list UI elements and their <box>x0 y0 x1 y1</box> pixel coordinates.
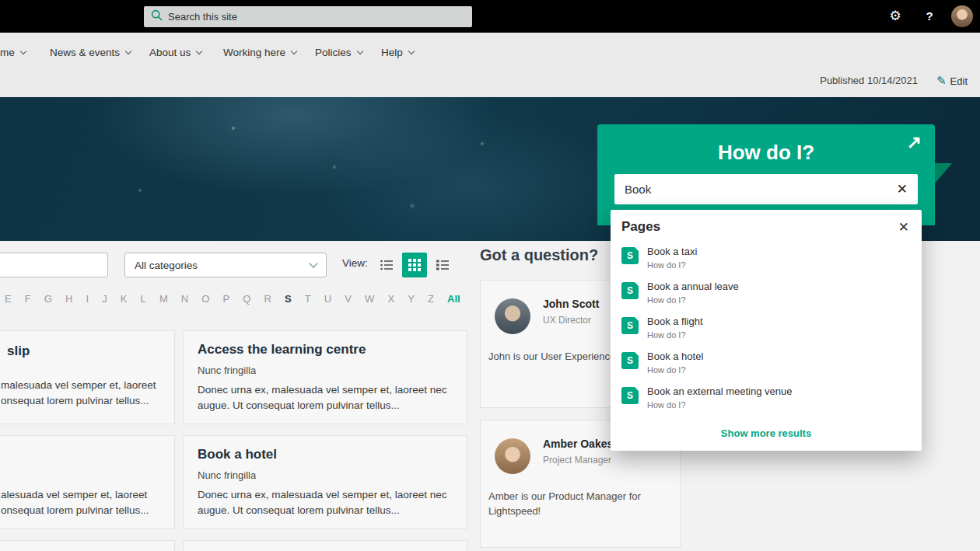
view-list-button[interactable] <box>374 253 399 277</box>
results-list: S Book a taxi How do I? S Book a annual … <box>621 246 911 420</box>
page-doc-icon: S <box>621 317 639 334</box>
search-result-book-annual-leave[interactable]: S Book a annual leave How do I? <box>621 281 911 316</box>
nav-label: Policies <box>315 47 352 58</box>
how-do-i-search-box[interactable]: ✕ <box>614 174 918 204</box>
nav-label: me <box>0 47 15 58</box>
result-title: Book a taxi <box>647 246 697 257</box>
top-suite-bar: ⚙ ? <box>0 0 980 33</box>
open-arrow-icon[interactable]: ↗ <box>907 134 922 152</box>
letter-filter[interactable]: G <box>44 293 52 305</box>
letter-filter[interactable]: V <box>345 293 352 305</box>
letter-filter[interactable]: E <box>5 293 12 305</box>
got-a-question-heading: Got a question? <box>480 246 598 264</box>
avatar <box>495 298 530 334</box>
bulleted-list-icon <box>380 258 394 272</box>
intranet-page: ⚙ ? me News & events About us Working he… <box>0 0 980 551</box>
letter-filter-all[interactable]: All <box>447 293 460 305</box>
card-filter-search[interactable] <box>0 253 108 277</box>
person-role: UX Director <box>543 315 591 326</box>
view-label: View: <box>342 257 368 269</box>
letter-filter[interactable]: N <box>181 293 188 305</box>
letter-filter[interactable]: Z <box>428 293 434 305</box>
gear-icon[interactable]: ⚙ <box>885 0 905 33</box>
site-search-box[interactable] <box>144 6 472 27</box>
letter-filter[interactable]: R <box>264 293 271 305</box>
nav-label: Working here <box>223 47 285 58</box>
nav-item-about-us[interactable]: About us <box>149 44 201 61</box>
letter-filter[interactable]: W <box>365 293 374 305</box>
person-bio: Amber is our Product Manager for Lightsp… <box>488 489 669 518</box>
nav-item-news-events[interactable]: News & events <box>50 44 131 61</box>
result-title: Book a hotel <box>647 350 703 362</box>
page-doc-icon: S <box>621 387 639 404</box>
card-access-learning-centre[interactable]: Access the learning centre Nunc fringill… <box>183 330 467 424</box>
how-do-i-title: How do I? <box>597 141 935 165</box>
letter-filter[interactable]: K <box>121 293 128 305</box>
result-subtitle: How do I? <box>647 400 792 410</box>
card-body: alesuada vel semper et, laoreet onsequat… <box>1 487 174 518</box>
category-dropdown[interactable]: All categories <box>124 253 327 277</box>
edit-button[interactable]: ✎ Edit <box>936 74 968 88</box>
search-results-panel: Pages ✕ S Book a taxi How do I? S Book a… <box>611 210 922 451</box>
card-filter-search-input[interactable] <box>0 253 107 277</box>
show-more-results-link[interactable]: Show more results <box>611 427 922 439</box>
nav-item-working-here[interactable]: Working here <box>223 44 296 61</box>
card-partial[interactable] <box>183 540 467 551</box>
letter-filter[interactable]: F <box>25 293 31 305</box>
card-body: Donec urna ex, malesuada vel semper et, … <box>198 487 456 518</box>
result-title: Book an external meeting venue <box>647 385 792 397</box>
results-panel-title: Pages <box>621 219 660 235</box>
letter-filter[interactable]: L <box>141 293 146 305</box>
search-icon <box>151 9 163 24</box>
card-title: Access the learning centre <box>198 342 453 357</box>
grid-icon <box>408 259 421 271</box>
letter-filter[interactable]: X <box>387 293 394 305</box>
letter-filter[interactable]: T <box>305 293 311 305</box>
result-subtitle: How do I? <box>647 365 703 375</box>
letter-filter[interactable]: J <box>102 293 107 305</box>
view-grid-button[interactable] <box>402 253 427 277</box>
letter-filter[interactable]: Y <box>408 293 415 305</box>
card-partial[interactable] <box>0 540 175 551</box>
nav-item-home[interactable]: me <box>0 44 26 61</box>
user-avatar[interactable] <box>951 5 973 27</box>
nav-item-help[interactable]: Help <box>381 44 414 61</box>
card-body: malesuada vel semper et, laoreet onsequa… <box>1 378 174 409</box>
card-body: Donec urna ex, malesuada vel semper et, … <box>198 382 456 413</box>
chevron-down-icon <box>309 259 317 267</box>
how-do-i-search-input[interactable] <box>625 183 897 196</box>
chevron-down-icon <box>125 47 131 54</box>
letter-filter[interactable]: M <box>159 293 168 305</box>
search-result-book-a-taxi[interactable]: S Book a taxi How do I? <box>621 246 911 281</box>
card-payslip[interactable]: slip malesuada vel semper et, laoreet on… <box>0 330 175 424</box>
letter-filter[interactable]: I <box>86 293 89 305</box>
letter-filter[interactable]: U <box>324 293 331 305</box>
avatar <box>495 438 530 474</box>
result-subtitle: How do I? <box>647 330 703 340</box>
search-result-book-external-meeting-venue[interactable]: S Book an external meeting venue How do … <box>621 385 911 420</box>
chevron-down-icon <box>356 47 362 54</box>
close-icon[interactable]: ✕ <box>898 219 909 235</box>
nav-label: News & events <box>50 47 120 58</box>
search-result-book-a-hotel[interactable]: S Book a hotel How do I? <box>621 350 911 385</box>
card-book-a-hotel[interactable]: Book a hotel Nunc fringilla Donec urna e… <box>183 435 467 529</box>
letter-filter[interactable]: H <box>65 293 72 305</box>
letter-filter-selected[interactable]: S <box>285 293 292 305</box>
letter-filter[interactable]: P <box>223 293 230 305</box>
letter-filter[interactable]: O <box>201 293 209 305</box>
nav-item-policies[interactable]: Policies <box>315 44 362 61</box>
pencil-icon: ✎ <box>936 74 947 88</box>
search-result-book-a-flight[interactable]: S Book a flight How do I? <box>621 316 911 350</box>
chevron-down-icon <box>196 47 202 54</box>
site-search-input[interactable] <box>168 11 465 23</box>
letter-filter[interactable]: Q <box>243 293 250 305</box>
card-title: slip <box>7 344 174 359</box>
result-subtitle: How do I? <box>647 295 739 305</box>
result-subtitle: How do I? <box>647 260 697 270</box>
help-icon[interactable]: ? <box>921 0 938 33</box>
how-do-i-widget: How do I? ↗ ✕ Pages ✕ S Book a taxi How … <box>597 124 935 459</box>
page-doc-icon: S <box>621 247 639 264</box>
clear-search-icon[interactable]: ✕ <box>897 181 908 197</box>
card-clipped-left[interactable]: alesuada vel semper et, laoreet onsequat… <box>0 435 175 529</box>
view-detail-list-button[interactable] <box>430 253 455 277</box>
